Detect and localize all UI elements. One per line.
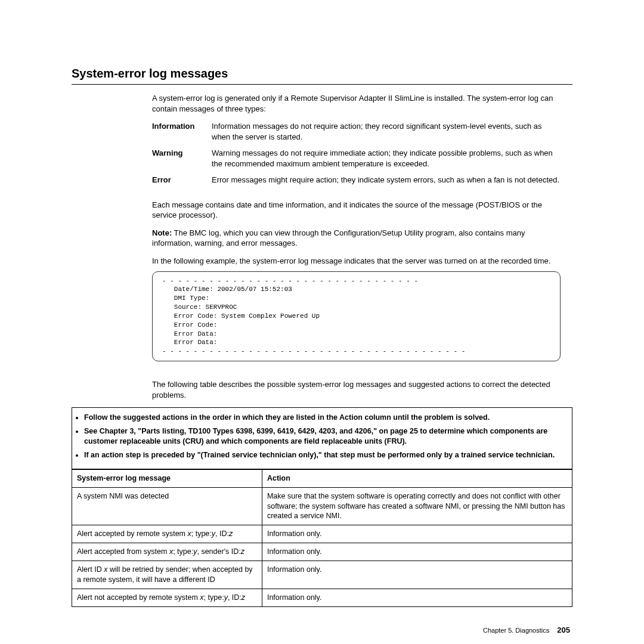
cell-message: Alert accepted from system x; type:y, se… — [72, 543, 262, 561]
header-message: System-error log message — [72, 469, 262, 487]
cell-message: Alert not accepted by remote system x; t… — [72, 589, 262, 606]
action-bullet: If an action step is preceded by "(Train… — [84, 450, 565, 460]
cell-message: Alert accepted by remote system x; type:… — [72, 525, 262, 543]
def-term: Warning — [152, 148, 212, 175]
def-term: Information — [152, 121, 212, 148]
cell-action: Information only. — [262, 525, 572, 543]
table-row: Alert ID x will be retried by sender; wh… — [72, 561, 572, 589]
table-header-row: System-error log message Action — [72, 469, 572, 487]
page-footer: Chapter 5. Diagnostics 205 — [72, 625, 572, 636]
def-row: Information Information messages do not … — [152, 121, 561, 148]
action-notes: Follow the suggested actions in the orde… — [72, 408, 572, 469]
footer-page-number: 205 — [557, 626, 570, 634]
header-action: Action — [262, 469, 572, 487]
page-title: System-error log messages — [72, 66, 572, 82]
action-bullet: See Chapter 3, "Parts listing, TD100 Typ… — [84, 426, 565, 447]
example-paragraph: In the following example, the system-err… — [152, 256, 561, 267]
table-row: Alert accepted by remote system x; type:… — [72, 525, 572, 543]
message-table: System-error log message Action A system… — [72, 469, 572, 606]
heading-rule — [72, 84, 572, 85]
definition-list: Information Information messages do not … — [152, 121, 561, 191]
note-label: Note: — [152, 228, 172, 237]
table-row: A system NMI was detected Make sure that… — [72, 487, 572, 525]
action-bullet: Follow the suggested actions in the orde… — [84, 413, 565, 423]
cell-message: Alert ID x will be retried by sender; wh… — [72, 561, 262, 589]
code-example: - - - - - - - - - - - - - - - - - - - - … — [152, 271, 561, 362]
note-paragraph: Note: The BMC log, which you can view th… — [152, 228, 561, 249]
intro-paragraph: A system-error log is generated only if … — [152, 93, 561, 114]
table-intro-paragraph: The following table describes the possib… — [152, 379, 561, 400]
cell-action: Information only. — [262, 561, 572, 589]
cell-message: A system NMI was detected — [72, 487, 262, 525]
def-row: Warning Warning messages do not require … — [152, 148, 561, 175]
def-desc: Error messages might require action; the… — [212, 175, 561, 191]
table-row: Alert not accepted by remote system x; t… — [72, 589, 572, 606]
def-desc: Information messages do not require acti… — [212, 121, 561, 148]
action-box: Follow the suggested actions in the orde… — [72, 407, 572, 606]
note-body: The BMC log, which you can view through … — [152, 228, 525, 248]
def-desc: Warning messages do not require immediat… — [212, 148, 561, 175]
table-row: Alert accepted from system x; type:y, se… — [72, 543, 572, 561]
cell-action: Information only. — [262, 543, 572, 561]
def-term: Error — [152, 175, 212, 191]
cell-action: Make sure that the system software is op… — [262, 487, 572, 525]
def-row: Error Error messages might require actio… — [152, 175, 561, 191]
cell-action: Information only. — [262, 589, 572, 606]
each-message-paragraph: Each message contains date and time info… — [152, 200, 561, 221]
footer-chapter: Chapter 5. Diagnostics — [483, 627, 549, 634]
